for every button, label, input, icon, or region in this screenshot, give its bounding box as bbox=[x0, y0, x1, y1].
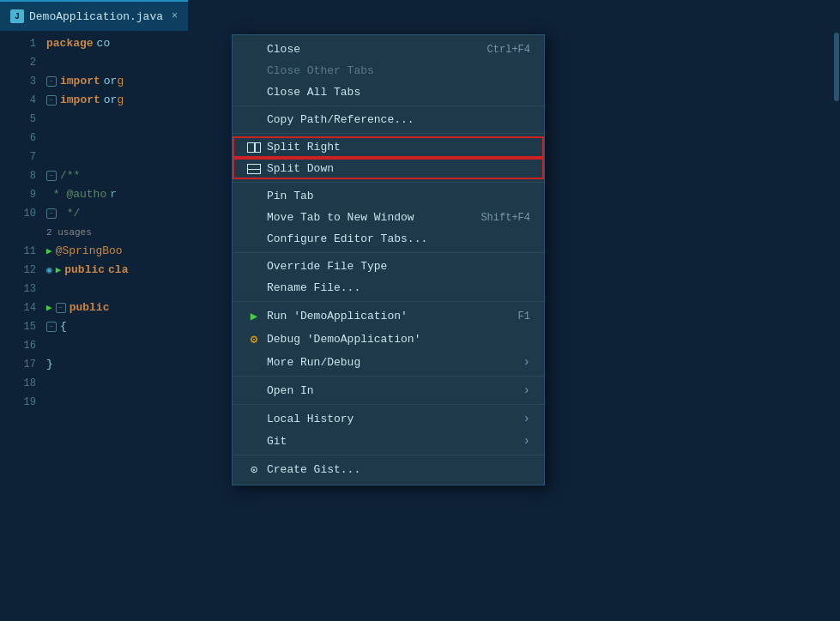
run-gutter-icon-2[interactable]: ▶ bbox=[56, 261, 62, 280]
fold-icon-4[interactable]: − bbox=[46, 95, 57, 106]
sep7 bbox=[233, 404, 544, 405]
fold-icon-8[interactable]: − bbox=[46, 171, 57, 181]
fold-icon-3[interactable]: − bbox=[46, 76, 57, 87]
line-num-16: 16 bbox=[0, 336, 36, 355]
scrollbar-thumb[interactable] bbox=[834, 33, 839, 101]
tab-close-button[interactable]: × bbox=[172, 10, 178, 22]
menu-item-move-tab[interactable]: Move Tab to New Window Shift+F4 bbox=[233, 207, 544, 228]
sep3 bbox=[233, 182, 544, 183]
code-editor-left: 1 2 3 4 5 6 7 8 9 10 11 12 13 14 15 16 1… bbox=[0, 31, 232, 621]
menu-item-open-in[interactable]: Open In › bbox=[233, 379, 544, 401]
submenu-arrow-local-history: › bbox=[523, 412, 530, 425]
line-num-17: 17 bbox=[0, 355, 36, 374]
menu-label-close: Close bbox=[267, 43, 300, 56]
sep5 bbox=[233, 301, 544, 302]
github-icon: ⊙ bbox=[246, 462, 262, 477]
debug-gutter-icon[interactable]: ◉ bbox=[46, 261, 52, 280]
java-file-icon: J bbox=[10, 9, 24, 23]
code-line-14: ▶−public bbox=[46, 298, 232, 317]
menu-item-copy-path[interactable]: Copy Path/Reference... bbox=[233, 109, 544, 130]
fold-icon-15[interactable]: − bbox=[46, 322, 57, 332]
menu-item-configure-tabs[interactable]: Configure Editor Tabs... bbox=[233, 228, 544, 250]
menu-item-override-file-type[interactable]: Override File Type bbox=[233, 256, 544, 277]
menu-item-rename-file[interactable]: Rename File... bbox=[233, 277, 544, 298]
tab-label: DemoApplication.java bbox=[29, 10, 163, 23]
submenu-arrow-more-run: › bbox=[523, 355, 530, 369]
line-num-3: 3 bbox=[0, 72, 36, 91]
menu-item-split-right[interactable]: Split Right bbox=[233, 136, 544, 158]
line-num-2: 2 bbox=[0, 53, 36, 72]
code-line-9: * @author bbox=[46, 185, 232, 204]
code-line-7 bbox=[46, 148, 232, 166]
run-gutter-icon[interactable]: ▶ bbox=[46, 242, 52, 261]
fold-icon-10[interactable]: − bbox=[46, 208, 57, 219]
sep1 bbox=[233, 106, 544, 106]
sep4 bbox=[233, 252, 544, 253]
fold-icon-14[interactable]: − bbox=[56, 303, 66, 313]
line-num-9: 9 bbox=[0, 185, 36, 204]
menu-item-create-gist[interactable]: ⊙ Create Gist... bbox=[233, 458, 544, 481]
menu-item-local-history[interactable]: Local History › bbox=[233, 407, 544, 430]
menu-item-close-all[interactable]: Close All Tabs bbox=[233, 81, 544, 103]
split-right-visual bbox=[247, 142, 261, 153]
menu-item-close[interactable]: Close Ctrl+F4 bbox=[233, 39, 544, 60]
menu-item-git[interactable]: Git › bbox=[233, 430, 544, 452]
menu-label-debug: Debug 'DemoApplication' bbox=[267, 333, 420, 346]
line-num-7: 7 bbox=[0, 148, 36, 166]
menu-label-close-all: Close All Tabs bbox=[267, 86, 360, 99]
menu-label-copy-path: Copy Path/Reference... bbox=[267, 113, 414, 126]
sep8 bbox=[233, 455, 544, 455]
menu-label-more-run: More Run/Debug bbox=[267, 356, 360, 369]
line-num-6: 6 bbox=[0, 129, 36, 148]
code-line-2 bbox=[46, 53, 232, 72]
code-line-10: − */ bbox=[46, 204, 232, 223]
code-line-19 bbox=[46, 393, 232, 412]
menu-label-local-history: Local History bbox=[267, 413, 354, 425]
menu-shortcut-close: Ctrl+F4 bbox=[467, 44, 530, 56]
tab-demo-application[interactable]: J DemoApplication.java × bbox=[0, 0, 188, 31]
code-line-12: ◉▶public cla bbox=[46, 261, 232, 280]
code-line-17: } bbox=[46, 355, 232, 374]
line-numbers: 1 2 3 4 5 6 7 8 9 10 11 12 13 14 15 16 1… bbox=[0, 31, 43, 621]
menu-label-close-other: Close Other Tabs bbox=[267, 64, 374, 77]
menu-item-pin-tab[interactable]: Pin Tab bbox=[233, 185, 544, 207]
line-num-5: 5 bbox=[0, 110, 36, 129]
code-line-18 bbox=[46, 374, 232, 393]
submenu-arrow-open-in: › bbox=[523, 383, 530, 397]
menu-label-split-down: Split Down bbox=[267, 162, 334, 175]
menu-item-run[interactable]: ▶ Run 'DemoApplication' F1 bbox=[233, 304, 544, 328]
line-num-10: 10 bbox=[0, 204, 36, 223]
context-menu: Close Ctrl+F4 Close Other Tabs Close All… bbox=[232, 34, 545, 485]
menu-label-move-tab: Move Tab to New Window bbox=[267, 211, 414, 224]
line-num-13: 13 bbox=[0, 280, 36, 298]
menu-item-more-run[interactable]: More Run/Debug › bbox=[233, 351, 544, 373]
code-line-1: package co bbox=[46, 34, 232, 53]
code-line-5 bbox=[46, 110, 232, 129]
menu-shortcut-run: F1 bbox=[498, 310, 530, 323]
menu-label-pin-tab: Pin Tab bbox=[267, 190, 314, 202]
line-num-15: 15 bbox=[0, 317, 36, 336]
split-down-icon bbox=[246, 164, 262, 174]
menu-item-close-other: Close Other Tabs bbox=[233, 60, 544, 81]
menu-item-split-down[interactable]: Split Down bbox=[233, 158, 544, 179]
code-line-11: ▶@SpringBoo bbox=[46, 242, 232, 261]
line-num-18: 18 bbox=[0, 374, 36, 393]
run-menu-icon: ▶ bbox=[246, 309, 262, 323]
sep2 bbox=[233, 133, 544, 134]
editor-scrollbar[interactable] bbox=[833, 31, 840, 621]
code-line-13 bbox=[46, 280, 232, 298]
code-line-8: −/** bbox=[46, 166, 232, 185]
code-line-4: −import org bbox=[46, 91, 232, 110]
code-line-6 bbox=[46, 129, 232, 148]
menu-label-split-right: Split Right bbox=[267, 141, 341, 154]
line-num-11: 11 bbox=[0, 242, 36, 261]
line-num-12: 12 bbox=[0, 261, 36, 280]
menu-item-debug[interactable]: ⚙ Debug 'DemoApplication' bbox=[233, 328, 544, 351]
menu-label-create-gist: Create Gist... bbox=[267, 463, 360, 476]
menu-label-configure-tabs: Configure Editor Tabs... bbox=[267, 232, 427, 245]
code-content: package co −import org −import org −/** … bbox=[43, 31, 232, 621]
line-num-1: 1 bbox=[0, 34, 36, 53]
run-gutter-icon-3[interactable]: ▶ bbox=[46, 298, 52, 317]
menu-label-override-file-type: Override File Type bbox=[267, 260, 387, 273]
line-num-4: 4 bbox=[0, 91, 36, 110]
